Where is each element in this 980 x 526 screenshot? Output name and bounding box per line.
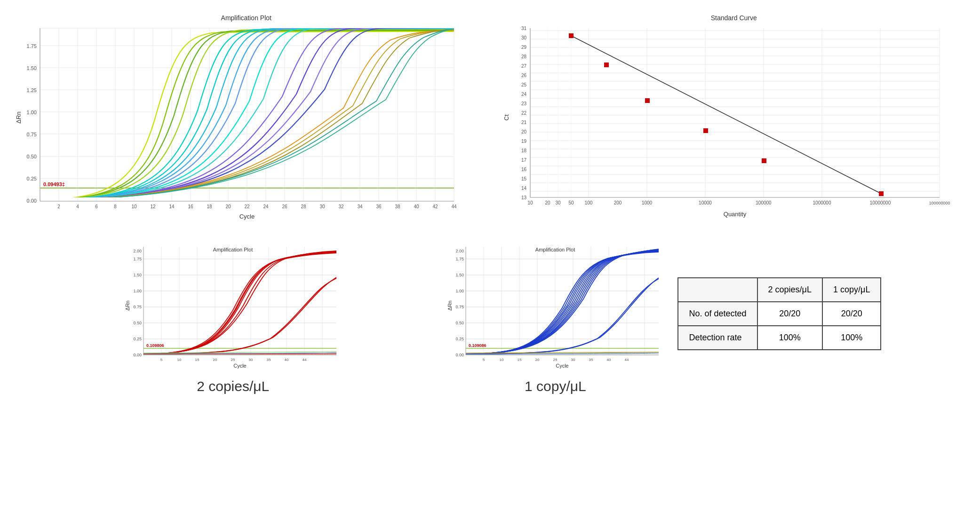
svg-text:1000: 1000 — [641, 200, 652, 205]
top-right-panel: Standard Curve — [493, 9, 971, 235]
sc-point-5 — [762, 158, 766, 163]
svg-text:1.50: 1.50 — [134, 273, 142, 277]
svg-text:0.00: 0.00 — [456, 353, 464, 357]
svg-text:27: 27 — [521, 63, 526, 69]
svg-text:18: 18 — [207, 204, 212, 209]
svg-text:32: 32 — [338, 204, 344, 209]
svg-text:26: 26 — [282, 204, 287, 209]
sc-point-4 — [703, 128, 708, 133]
svg-text:0.75: 0.75 — [456, 305, 464, 309]
svg-text:42: 42 — [432, 204, 438, 209]
svg-text:44: 44 — [303, 358, 307, 362]
svg-text:25: 25 — [553, 358, 558, 362]
svg-text:1.75: 1.75 — [27, 43, 37, 49]
svg-text:ΔRn: ΔRn — [447, 300, 453, 310]
svg-text:5: 5 — [483, 358, 485, 362]
svg-text:6: 6 — [95, 204, 98, 209]
svg-text:10: 10 — [177, 358, 182, 362]
svg-text:25: 25 — [231, 358, 235, 362]
bottom-right-wrapper: Amplification Plot — [447, 244, 961, 394]
svg-text:44: 44 — [625, 358, 629, 362]
table-row1-2copies: 20/20 — [757, 302, 822, 326]
svg-text:35: 35 — [589, 358, 593, 362]
svg-text:ΔRn: ΔRn — [15, 111, 22, 123]
svg-text:20: 20 — [213, 358, 217, 362]
detection-table-container: 2 copies/μL 1 copy/μL No. of detected 20… — [677, 259, 881, 350]
svg-text:ΔRn: ΔRn — [125, 300, 130, 310]
svg-text:4: 4 — [76, 204, 79, 209]
svg-text:20: 20 — [225, 204, 231, 209]
svg-text:40: 40 — [414, 204, 419, 209]
table-row1-label: No. of detected — [678, 302, 757, 326]
svg-text:0.75: 0.75 — [27, 132, 37, 137]
bottom-left-label: 2 copies/μL — [197, 378, 269, 394]
svg-text:40: 40 — [285, 358, 289, 362]
svg-text:0.09493‡: 0.09493‡ — [43, 181, 65, 187]
svg-text:38: 38 — [395, 204, 400, 209]
table-row1-1copy: 20/20 — [822, 302, 881, 326]
svg-text:20: 20 — [545, 200, 550, 205]
table-row2-1copy: 100% — [822, 326, 881, 350]
svg-text:20: 20 — [521, 129, 526, 134]
svg-text:10000: 10000 — [699, 200, 712, 205]
svg-text:22: 22 — [521, 110, 526, 116]
svg-text:30: 30 — [555, 200, 561, 205]
bottom-right-chart-wrapper: Amplification Plot — [447, 244, 663, 394]
bottom-row: Amplification Plot — [9, 240, 971, 517]
svg-text:2.00: 2.00 — [134, 249, 142, 253]
svg-text:25: 25 — [521, 82, 526, 87]
bottom-right-label: 1 copy/μL — [525, 378, 586, 394]
svg-text:20: 20 — [535, 358, 540, 362]
svg-text:100000000: 100000000 — [929, 201, 950, 205]
standard-curve-title: Standard Curve — [502, 14, 966, 22]
svg-text:26: 26 — [521, 73, 526, 78]
svg-text:10: 10 — [527, 200, 533, 205]
svg-text:200: 200 — [613, 200, 621, 205]
svg-text:5: 5 — [160, 358, 163, 362]
sc-point-3 — [645, 98, 650, 103]
svg-text:1.75: 1.75 — [134, 257, 142, 261]
svg-text:14: 14 — [521, 186, 526, 191]
sc-point-1 — [569, 33, 574, 38]
top-left-panel: Amplification Plot — [9, 9, 488, 235]
svg-text:31: 31 — [521, 26, 526, 31]
svg-text:14: 14 — [169, 204, 175, 209]
svg-text:10: 10 — [131, 204, 137, 209]
svg-text:100000: 100000 — [756, 200, 772, 205]
svg-text:13: 13 — [521, 195, 526, 200]
svg-text:18: 18 — [521, 148, 526, 153]
svg-text:50: 50 — [568, 200, 574, 205]
svg-text:16: 16 — [521, 167, 526, 172]
bottom-left-wrapper: Amplification Plot — [19, 244, 447, 394]
svg-text:35: 35 — [267, 358, 271, 362]
svg-text:36: 36 — [376, 204, 382, 209]
svg-text:15: 15 — [518, 358, 522, 362]
svg-text:1000000: 1000000 — [813, 200, 831, 205]
svg-text:0.50: 0.50 — [27, 154, 37, 159]
svg-text:28: 28 — [301, 204, 306, 209]
svg-text:1.00: 1.00 — [134, 289, 142, 293]
detection-table: 2 copies/μL 1 copy/μL No. of detected 20… — [677, 277, 881, 350]
table-row2-2copies: 100% — [757, 326, 822, 350]
svg-text:0.109806: 0.109806 — [146, 343, 164, 348]
svg-text:30: 30 — [571, 358, 575, 362]
svg-line-136 — [571, 36, 881, 194]
svg-text:Cycle: Cycle — [233, 363, 247, 369]
svg-text:16: 16 — [188, 204, 193, 209]
table-header-1copy: 1 copy/μL — [822, 278, 881, 302]
svg-text:34: 34 — [357, 204, 363, 209]
main-container: Amplification Plot — [0, 0, 980, 526]
svg-text:30: 30 — [319, 204, 325, 209]
svg-text:1.50: 1.50 — [27, 65, 37, 71]
svg-text:0.25: 0.25 — [134, 337, 142, 341]
svg-text:15: 15 — [195, 358, 199, 362]
svg-text:29: 29 — [521, 45, 526, 50]
svg-text:10: 10 — [500, 358, 504, 362]
bottom-right-svg: Amplification Plot — [447, 244, 663, 376]
svg-text:10000000: 10000000 — [869, 200, 891, 205]
svg-text:0.50: 0.50 — [134, 321, 142, 325]
amp-plot-title: Amplification Plot — [14, 14, 478, 22]
svg-text:2: 2 — [57, 204, 60, 209]
svg-text:1.75: 1.75 — [456, 257, 464, 261]
sc-point-2 — [604, 63, 609, 67]
